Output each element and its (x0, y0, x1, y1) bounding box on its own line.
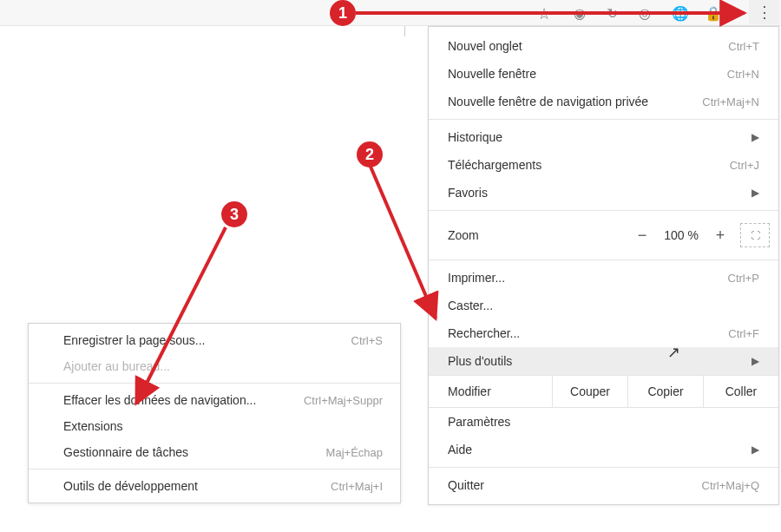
extension-icon-4[interactable]: 🌐 (671, 3, 690, 23)
menu-find[interactable]: Rechercher... Ctrl+F (429, 319, 778, 347)
separator (429, 259, 778, 260)
cut-button[interactable]: Couper (552, 376, 627, 407)
extension-icon-1[interactable]: ◉ (570, 3, 589, 23)
separator (429, 119, 778, 120)
annotation-badge-3: 3 (221, 201, 247, 227)
arrow-2 (371, 167, 436, 319)
separator (29, 469, 400, 470)
menu-print[interactable]: Imprimer... Ctrl+P (429, 264, 778, 292)
zoom-out-button[interactable]: − (629, 227, 655, 245)
edit-label: Modifier (429, 376, 552, 407)
zoom-value: 100 % (655, 228, 707, 242)
extension-icon-5[interactable]: 🔒 (704, 3, 723, 23)
bookmark-star-icon[interactable]: ☆ (537, 4, 551, 23)
browser-toolbar (0, 0, 781, 26)
menu-more-tools[interactable]: Plus d'outils ▶ (429, 347, 778, 375)
vertical-dots-icon: ⋮ (757, 3, 772, 22)
mouse-cursor-icon: ↖ (667, 343, 680, 362)
paste-button[interactable]: Coller (703, 376, 778, 407)
copy-button[interactable]: Copier (627, 376, 703, 407)
submenu-save-as[interactable]: Enregistrer la page sous... Ctrl+S (29, 327, 400, 353)
menu-incognito[interactable]: Nouvelle fenêtre de navigation privée Ct… (429, 88, 778, 115)
submenu-dev-tools[interactable]: Outils de développement Ctrl+Maj+I (29, 473, 400, 499)
menu-downloads[interactable]: Téléchargements Ctrl+J (429, 151, 778, 179)
menu-zoom-row: Zoom − 100 % + ⛶ (429, 214, 778, 256)
menu-edit-row: Modifier Couper Copier Coller (429, 375, 778, 408)
submenu-add-desktop: Ajouter au bureau... (29, 353, 400, 379)
menu-help[interactable]: Aide ▶ (429, 436, 778, 463)
submenu-extensions[interactable]: Extensions (29, 413, 400, 439)
chevron-right-icon: ▶ (751, 443, 759, 456)
zoom-label: Zoom (448, 228, 629, 242)
submenu-task-manager[interactable]: Gestionnaire de tâches Maj+Échap (29, 439, 400, 465)
menu-new-window[interactable]: Nouvelle fenêtre Ctrl+N (429, 60, 778, 88)
main-menu: Nouvel onglet Ctrl+T Nouvelle fenêtre Ct… (428, 26, 779, 505)
extension-icon-3[interactable]: ◎ (635, 3, 654, 23)
menu-settings[interactable]: Paramètres (429, 408, 778, 436)
chevron-right-icon: ▶ (751, 355, 759, 367)
menu-new-tab[interactable]: Nouvel onglet Ctrl+T (429, 32, 778, 60)
menu-bookmarks[interactable]: Favoris ▶ (429, 179, 778, 207)
annotation-badge-2: 2 (357, 141, 383, 167)
chevron-right-icon: ▶ (751, 187, 759, 199)
separator (429, 210, 778, 211)
fullscreen-button[interactable]: ⛶ (740, 223, 770, 247)
chrome-menu-button[interactable]: ⋮ (749, 0, 779, 24)
menu-quit[interactable]: Quitter Ctrl+Maj+Q (429, 471, 778, 499)
menu-cast[interactable]: Caster... (429, 292, 778, 319)
submenu-clear-data[interactable]: Effacer les données de navigation... Ctr… (29, 387, 400, 413)
tab-edge (0, 26, 405, 36)
more-tools-submenu: Enregistrer la page sous... Ctrl+S Ajout… (28, 323, 401, 503)
extension-icon-2[interactable]: ↻ (602, 3, 621, 23)
menu-history[interactable]: Historique ▶ (429, 123, 778, 151)
zoom-in-button[interactable]: + (707, 227, 733, 245)
annotation-badge-1: 1 (330, 0, 356, 26)
chevron-right-icon: ▶ (751, 131, 759, 143)
separator (429, 467, 778, 468)
separator (29, 383, 400, 384)
